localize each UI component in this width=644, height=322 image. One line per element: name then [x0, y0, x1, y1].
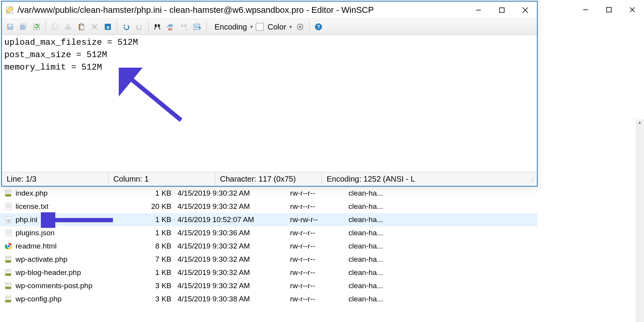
redo-button[interactable]: [134, 21, 145, 33]
svg-rect-27: [5, 273, 11, 276]
svg-point-64: [181, 24, 183, 27]
delete-button[interactable]: [89, 21, 100, 33]
separator: [206, 21, 207, 33]
editor-window: /var/www/public/clean-hamster/php.ini - …: [1, 1, 538, 187]
svg-rect-35: [5, 300, 11, 302]
file-row[interactable]: license.txt20 KB4/15/2019 9:30:32 AMrw-r…: [0, 200, 537, 213]
save-button[interactable]: [4, 21, 16, 33]
select-all-button[interactable]: a: [102, 21, 114, 33]
maximize-button[interactable]: [490, 2, 514, 19]
file-size: 20 KB: [130, 202, 175, 211]
file-owner: clean-ha...: [348, 255, 399, 264]
save-all-button[interactable]: [18, 21, 29, 33]
find-next-button[interactable]: [178, 21, 190, 33]
status-column: Column: 1: [109, 172, 215, 186]
svg-line-60: [155, 27, 155, 30]
file-row[interactable]: wp-blog-header.php1 KB4/15/2019 9:30:32 …: [0, 266, 537, 279]
goto-button[interactable]: [192, 21, 203, 33]
bg-maximize-button[interactable]: [597, 0, 621, 19]
bg-minimize-button[interactable]: [574, 0, 597, 19]
preferences-button[interactable]: [294, 21, 306, 33]
svg-rect-31: [5, 287, 11, 289]
help-button[interactable]: ?: [313, 21, 324, 33]
file-row[interactable]: wp-config.php3 KB4/15/2019 9:30:38 AMrw-…: [0, 292, 537, 306]
svg-point-65: [184, 24, 187, 27]
file-rights: rw-r--r--: [290, 268, 348, 277]
svg-rect-8: [6, 203, 11, 210]
file-row[interactable]: plugins.json1 KB4/15/2019 9:30:36 AMrw-r…: [0, 226, 537, 240]
editor-textarea[interactable]: upload_max_filesize = 512M post_max_size…: [2, 35, 537, 172]
file-name: license.txt: [16, 202, 130, 211]
file-rights: rw-r--r--: [290, 295, 348, 303]
separator: [117, 21, 117, 33]
paste-button[interactable]: [76, 21, 87, 33]
resize-grip-icon[interactable]: [528, 176, 535, 183]
file-icon: [4, 281, 13, 290]
file-size: 1 KB: [130, 229, 175, 237]
minimize-button[interactable]: [467, 2, 490, 19]
file-date: 4/15/2019 9:30:32 AM: [175, 255, 290, 264]
undo-button[interactable]: [120, 21, 132, 33]
color-swatch[interactable]: [256, 23, 264, 31]
svg-line-79: [302, 24, 303, 25]
status-line: Line: 1/3: [2, 172, 109, 186]
editor-titlebar: /var/www/public/clean-hamster/php.ini - …: [2, 2, 537, 19]
reload-button[interactable]: [31, 21, 42, 33]
svg-point-71: [299, 26, 301, 28]
svg-rect-5: [5, 194, 11, 196]
file-row[interactable]: index.php1 KB4/15/2019 9:30:32 AMrw-r--r…: [0, 187, 537, 200]
file-row[interactable]: readme.html8 KB4/15/2019 9:30:32 AMrw-r-…: [0, 240, 537, 253]
minimize-icon: [476, 7, 481, 13]
file-owner: clean-ha...: [348, 282, 399, 290]
svg-text:?: ?: [317, 24, 320, 30]
file-icon: [4, 268, 13, 277]
file-row[interactable]: php.ini1 KB4/16/2019 10:52:07 AMrw-rw-r-…: [0, 213, 537, 226]
file-row[interactable]: wp-activate.php7 KB4/15/2019 9:30:32 AMr…: [0, 253, 537, 266]
file-date: 4/15/2019 9:30:32 AM: [175, 202, 290, 211]
file-owner: clean-ha...: [348, 229, 399, 237]
file-size: 7 KB: [130, 255, 175, 264]
editor-toolbar: a abac Encoding ▼ Color ▼ ?: [2, 19, 537, 35]
file-date: 4/15/2019 9:30:32 AM: [175, 189, 290, 198]
file-size: 8 KB: [130, 242, 175, 250]
file-rights: rw-r--r--: [290, 189, 348, 198]
file-size: 3 KB: [130, 282, 175, 290]
file-date: 4/15/2019 9:30:32 AM: [175, 242, 290, 250]
close-icon: [630, 7, 635, 12]
file-owner: clean-ha...: [348, 295, 399, 303]
file-icon: [4, 294, 13, 304]
find-button[interactable]: [152, 21, 164, 33]
close-icon: [522, 7, 528, 13]
svg-rect-52: [80, 25, 84, 30]
file-name: plugins.json: [16, 229, 130, 237]
color-dropdown[interactable]: Color ▼: [266, 23, 293, 32]
separator: [148, 21, 149, 33]
file-name: wp-config.php: [16, 295, 130, 303]
scrollbar-vertical[interactable]: ▲: [635, 119, 644, 322]
file-owner: clean-ha...: [348, 242, 399, 250]
close-button[interactable]: [514, 2, 537, 19]
bg-close-button[interactable]: [621, 0, 644, 19]
maximize-icon: [606, 7, 612, 12]
file-date: 4/15/2019 9:30:36 AM: [175, 229, 290, 237]
svg-line-76: [297, 24, 298, 25]
svg-rect-16: [6, 230, 11, 236]
file-rights: rw-r--r--: [290, 255, 348, 264]
encoding-dropdown[interactable]: Encoding ▼: [210, 23, 253, 32]
file-name: index.php: [16, 189, 130, 198]
status-bar: Line: 1/3 Column: 1 Character: 117 (0x75…: [2, 172, 537, 186]
file-owner: clean-ha...: [348, 268, 399, 277]
svg-rect-40: [500, 8, 504, 12]
file-icon: [4, 255, 13, 264]
svg-line-78: [297, 29, 298, 30]
file-row[interactable]: wp-comments-post.php3 KB4/15/2019 9:30:3…: [0, 279, 537, 292]
status-character: Character: 117 (0x75): [215, 172, 322, 186]
svg-line-61: [159, 27, 160, 30]
minimize-icon: [583, 7, 588, 12]
file-size: 1 KB: [130, 215, 175, 224]
cut-button[interactable]: [62, 21, 74, 33]
replace-button[interactable]: abac: [165, 21, 177, 33]
svg-point-21: [7, 245, 10, 248]
copy-button[interactable]: [49, 21, 61, 33]
encoding-label: Encoding: [210, 23, 248, 32]
